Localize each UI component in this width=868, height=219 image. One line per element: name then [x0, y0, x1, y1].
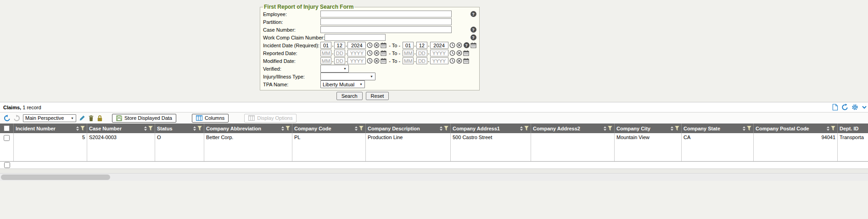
clock-icon[interactable]: [367, 58, 373, 64]
sort-icon[interactable]: [440, 126, 442, 131]
incident-to-day-input[interactable]: [416, 42, 427, 49]
columns-button[interactable]: Columns: [192, 114, 229, 123]
column-header-dept_id[interactable]: Dept. ID: [838, 124, 868, 133]
column-header-company_code[interactable]: Company Code: [292, 124, 366, 133]
undo-icon[interactable]: [4, 115, 11, 122]
employee-input[interactable]: [320, 11, 452, 17]
clock-icon[interactable]: [449, 50, 455, 56]
lock-icon[interactable]: [97, 115, 103, 122]
reported-to-month-input[interactable]: [403, 50, 414, 56]
calendar-icon[interactable]: [463, 58, 469, 64]
filter-funnel-icon[interactable]: [524, 126, 529, 131]
row-checkbox[interactable]: [4, 135, 10, 141]
sort-icon[interactable]: [144, 126, 147, 131]
incident-to-month-input[interactable]: [403, 42, 414, 49]
verified-select[interactable]: ▼: [320, 65, 349, 73]
perspective-select[interactable]: Main Perspective ▼: [23, 114, 76, 122]
new-row-checkbox[interactable]: [4, 162, 10, 168]
delete-trash-icon[interactable]: [88, 115, 94, 122]
modified-from-day-input[interactable]: [334, 57, 345, 64]
calendar-icon[interactable]: [381, 50, 386, 56]
injury-illness-type-select[interactable]: ▼: [320, 73, 375, 80]
edit-pencil-icon[interactable]: [79, 115, 85, 121]
filter-funnel-icon[interactable]: [286, 126, 290, 131]
filter-funnel-icon[interactable]: [608, 126, 612, 131]
clear-date-icon[interactable]: [374, 42, 380, 48]
filter-funnel-icon[interactable]: [831, 126, 835, 131]
column-header-company_state[interactable]: Company State: [682, 124, 754, 133]
scrollbar-thumb[interactable]: [1, 174, 110, 180]
clock-icon[interactable]: [449, 42, 455, 48]
clear-date-icon[interactable]: [456, 42, 462, 48]
refresh-icon[interactable]: [841, 104, 848, 111]
help-icon[interactable]: ?: [470, 27, 476, 33]
incident-from-day-input[interactable]: [334, 42, 345, 49]
reset-button[interactable]: Reset: [366, 92, 389, 100]
reported-to-year-input[interactable]: [430, 50, 448, 56]
column-header-company_address2[interactable]: Company Address2: [531, 124, 615, 133]
modified-from-year-input[interactable]: [347, 57, 366, 64]
column-header-case_number[interactable]: Case Number: [87, 124, 155, 133]
column-header-company_postal_code[interactable]: Company Postal Code: [754, 124, 838, 133]
incident-to-year-input[interactable]: [430, 42, 448, 49]
modified-to-year-input[interactable]: [430, 57, 448, 64]
sort-icon[interactable]: [604, 126, 606, 131]
sort-icon[interactable]: [281, 126, 284, 131]
modified-to-month-input[interactable]: [403, 57, 414, 64]
work-comp-claim-number-input[interactable]: [325, 34, 386, 41]
column-header-incident_number[interactable]: Incident Number: [14, 124, 87, 133]
clock-icon[interactable]: [367, 50, 373, 56]
expand-icon[interactable]: [862, 105, 867, 110]
clock-icon[interactable]: [449, 58, 455, 64]
clear-date-icon[interactable]: [374, 58, 380, 64]
filter-funnel-icon[interactable]: [675, 126, 679, 131]
store-displayed-data-button[interactable]: Store Displayed Data: [112, 114, 176, 123]
sort-icon[interactable]: [76, 126, 79, 131]
clear-date-icon[interactable]: [374, 50, 380, 56]
new-document-icon[interactable]: [832, 104, 838, 111]
filter-funnel-icon[interactable]: [197, 126, 202, 131]
incident-from-year-input[interactable]: [347, 42, 366, 49]
help-icon[interactable]: ?: [470, 34, 476, 40]
sort-icon[interactable]: [827, 126, 829, 131]
filter-funnel-icon[interactable]: [359, 126, 364, 131]
select-all-checkbox[interactable]: [4, 125, 10, 131]
case-number-input[interactable]: [320, 26, 452, 33]
partition-input[interactable]: [320, 18, 452, 25]
incident-from-month-input[interactable]: [320, 42, 331, 49]
modified-from-month-input[interactable]: [320, 57, 331, 64]
calendar-icon[interactable]: [463, 50, 469, 56]
tpa-name-select[interactable]: Liberty Mutual ▼: [320, 80, 365, 88]
calendar-icon[interactable]: [381, 42, 386, 48]
horizontal-scrollbar[interactable]: [0, 173, 868, 181]
modified-to-day-input[interactable]: [416, 57, 427, 64]
sort-icon[interactable]: [743, 126, 745, 131]
sort-icon[interactable]: [671, 126, 673, 131]
clock-icon[interactable]: [367, 42, 373, 48]
clear-date-icon[interactable]: [456, 58, 462, 64]
column-header-company_address1[interactable]: Company Address1: [451, 124, 531, 133]
column-header-status[interactable]: Status: [155, 124, 204, 133]
calendar-icon[interactable]: [470, 42, 476, 48]
column-header-company_abbreviation[interactable]: Company Abbreviation: [204, 124, 292, 133]
reported-from-day-input[interactable]: [334, 50, 345, 56]
help-icon[interactable]: ?: [470, 11, 476, 17]
column-header-company_description[interactable]: Company Description: [366, 124, 451, 133]
sort-icon[interactable]: [193, 126, 196, 131]
clear-date-icon[interactable]: [456, 50, 462, 56]
filter-funnel-icon[interactable]: [148, 126, 153, 131]
settings-gear-icon[interactable]: [851, 104, 858, 111]
search-button[interactable]: Search: [336, 92, 363, 100]
reported-to-day-input[interactable]: [416, 50, 427, 56]
filter-funnel-icon[interactable]: [444, 126, 448, 131]
filter-funnel-icon[interactable]: [747, 126, 751, 131]
table-row[interactable]: 5S2024-0003OBetter Corp.PLProduction Lin…: [0, 133, 868, 162]
filter-funnel-icon[interactable]: [80, 126, 85, 131]
reported-from-month-input[interactable]: [320, 50, 331, 56]
sort-icon[interactable]: [520, 126, 523, 131]
column-header-company_city[interactable]: Company City: [615, 124, 682, 133]
help-icon[interactable]: ?: [464, 42, 470, 48]
sort-icon[interactable]: [355, 126, 358, 131]
reported-from-year-input[interactable]: [347, 50, 366, 56]
calendar-icon[interactable]: [381, 58, 386, 64]
